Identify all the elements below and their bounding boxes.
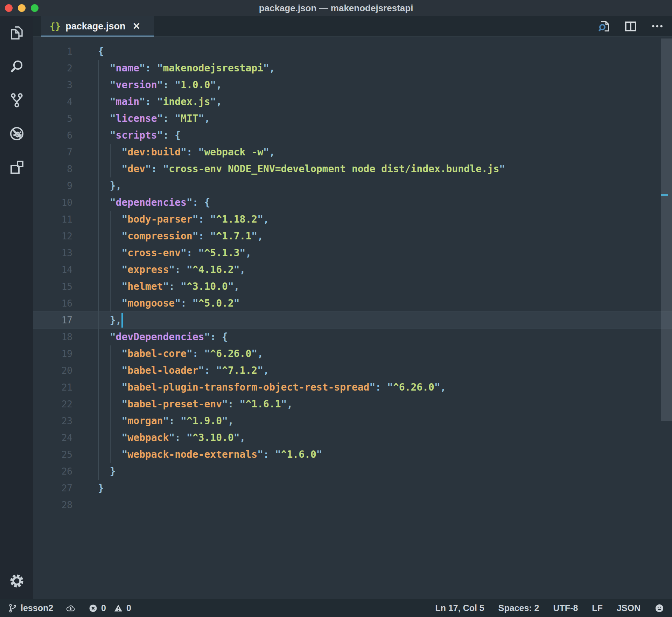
code-line[interactable]: 20 "babel-loader": "^7.1.2", [33, 362, 672, 379]
eol-indicator[interactable]: LF [592, 603, 603, 613]
problems-indicator[interactable]: 0 0 [88, 603, 131, 613]
line-number: 19 [33, 345, 79, 362]
more-actions-button[interactable] [650, 19, 664, 33]
line-number: 21 [33, 379, 79, 396]
line-number: 22 [33, 396, 79, 413]
indent-guide [110, 429, 111, 446]
branch-name: lesson2 [21, 603, 53, 613]
code-line[interactable]: 4 "main": "index.js", [33, 93, 672, 110]
code-line[interactable]: 6 "scripts": { [33, 127, 672, 144]
code-line[interactable]: 11 "body-parser": "^1.18.2", [33, 211, 672, 228]
code-line[interactable]: 8 "dev": "cross-env NODE_ENV=development… [33, 161, 672, 177]
code-line[interactable]: 16 "mongoose": "^5.0.2" [33, 295, 672, 312]
tab-package-json[interactable]: {} package.json ✕ [41, 16, 154, 36]
indent-guide [98, 379, 99, 396]
line-number: 9 [33, 177, 79, 194]
minimize-window-button[interactable] [18, 4, 26, 12]
feedback-smiley-button[interactable] [654, 603, 664, 613]
source-control-icon [8, 92, 25, 108]
line-number: 26 [33, 463, 79, 480]
code-line[interactable]: 21 "babel-plugin-transform-object-rest-s… [33, 379, 672, 396]
activity-bar-extensions[interactable] [8, 158, 26, 176]
editor-group: {} package.json ✕ [33, 16, 672, 599]
code-line[interactable]: 18 "devDependencies": { [33, 329, 672, 345]
line-number: 28 [33, 497, 79, 513]
code-line[interactable]: 13 "cross-env": "^5.1.3", [33, 245, 672, 261]
indent-guide [98, 161, 99, 177]
code-line[interactable]: 1{ [33, 43, 672, 60]
json-braces-icon: {} [50, 21, 61, 31]
text-cursor [121, 313, 123, 328]
indent-guide [98, 446, 99, 463]
code-line[interactable]: 23 "morgan": "^1.9.0", [33, 413, 672, 429]
code-line-content: "helmet": "^3.10.0", [79, 278, 672, 295]
code-line[interactable]: 22 "babel-preset-env": "^1.6.1", [33, 396, 672, 413]
code-line-content: "dev:build": "webpack -w", [79, 144, 672, 161]
window-title: package.json — makenodejsrestapi [259, 3, 413, 14]
close-tab-icon[interactable]: ✕ [132, 21, 140, 32]
open-preview-icon [597, 19, 611, 33]
code-line[interactable]: 9 }, [33, 177, 672, 194]
git-branch-indicator[interactable]: lesson2 [8, 603, 53, 613]
activity-bar-search[interactable] [8, 57, 26, 76]
line-number: 7 [33, 144, 79, 161]
code-line[interactable]: 15 "helmet": "^3.10.0", [33, 278, 672, 295]
status-bar: lesson2 0 0 Ln 17, Col 5 Spaces: 2 UTF-8 [0, 599, 672, 617]
files-icon [8, 24, 25, 41]
code-line-content: "babel-plugin-transform-object-rest-spre… [79, 379, 672, 396]
code-line[interactable]: 28 [33, 497, 672, 513]
activity-bar-explorer[interactable] [8, 24, 26, 42]
smiley-icon [654, 603, 664, 613]
indent-guide [98, 312, 99, 329]
cursor-position-indicator[interactable]: Ln 17, Col 5 [435, 603, 484, 613]
code-line-content: "cross-env": "^5.1.3", [79, 245, 672, 261]
code-line[interactable]: 26 } [33, 463, 672, 480]
code-line-content [79, 497, 672, 513]
split-editor-button[interactable] [624, 19, 638, 33]
indent-guide [110, 278, 111, 295]
encoding-indicator[interactable]: UTF-8 [553, 603, 578, 613]
code-line[interactable]: 14 "express": "^4.16.2", [33, 261, 672, 278]
open-preview-button[interactable] [597, 19, 611, 33]
code-line[interactable]: 24 "webpack": "^3.10.0", [33, 429, 672, 446]
activity-bar-debug[interactable] [8, 125, 26, 143]
code-line-content: "babel-preset-env": "^1.6.1", [79, 396, 672, 413]
close-window-button[interactable] [5, 4, 13, 12]
warning-count: 0 [126, 603, 131, 613]
line-number: 10 [33, 194, 79, 211]
settings-gear-button[interactable] [8, 572, 26, 590]
activity-bar-source-control[interactable] [8, 91, 26, 109]
indent-guide [98, 413, 99, 429]
code-line-content: "dependencies": { [79, 194, 672, 211]
indentation-indicator[interactable]: Spaces: 2 [498, 603, 539, 613]
code-line[interactable]: 19 "babel-core": "^6.26.0", [33, 345, 672, 362]
code-line[interactable]: 2 "name": "makenodejsrestapi", [33, 60, 672, 77]
error-count: 0 [101, 603, 106, 613]
sync-changes-button[interactable] [66, 603, 76, 613]
code-line[interactable]: 10 "dependencies": { [33, 194, 672, 211]
indent-guide [98, 429, 99, 446]
scrollbar-thumb[interactable] [661, 38, 672, 421]
code-line-content: "babel-core": "^6.26.0", [79, 345, 672, 362]
language-mode-indicator[interactable]: JSON [617, 603, 640, 613]
code-line[interactable]: 25 "webpack-node-externals": "^1.6.0" [33, 446, 672, 463]
code-line-content: "express": "^4.16.2", [79, 261, 672, 278]
code-line[interactable]: 7 "dev:build": "webpack -w", [33, 144, 672, 161]
indent-guide [98, 60, 99, 77]
indent-guide [98, 345, 99, 362]
indent-guide [98, 194, 99, 211]
line-number: 6 [33, 127, 79, 144]
activity-bar [0, 16, 33, 599]
indent-guide [110, 396, 111, 413]
zoom-window-button[interactable] [31, 4, 38, 12]
code-line[interactable]: 5 "license": "MIT", [33, 110, 672, 127]
code-line[interactable]: 3 "version": "1.0.0", [33, 77, 672, 93]
code-line[interactable]: 17 }, [33, 312, 672, 329]
code-line[interactable]: 27} [33, 480, 672, 497]
code-line[interactable]: 12 "compression": "^1.7.1", [33, 228, 672, 245]
code-line-content: "compression": "^1.7.1", [79, 228, 672, 245]
indent-guide [98, 77, 99, 93]
indent-guide [98, 127, 99, 144]
tab-label: package.json [65, 21, 125, 32]
code-editor[interactable]: 1{2 "name": "makenodejsrestapi",3 "versi… [33, 37, 672, 599]
